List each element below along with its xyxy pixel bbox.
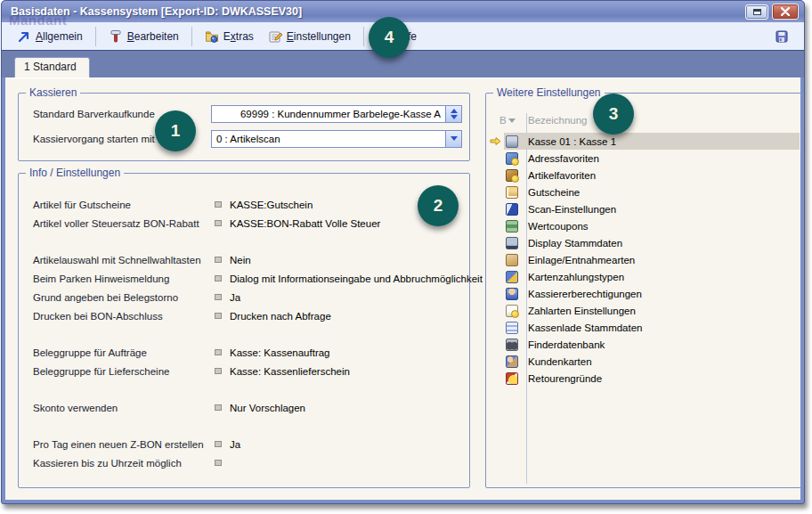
list-item-label: Artikelfavoriten [528,170,596,181]
list-header[interactable]: B Bezeichnung [486,111,803,129]
bullet-icon [215,201,222,208]
info-label: Drucken bei BON-Abschluss [33,311,215,322]
list-item-label: Einlage/Entnahmearten [528,255,635,265]
bearbeiten-button[interactable]: Bearbeiten [102,27,185,46]
tab-strip: 1 Standard [2,51,804,78]
bullet-icon [215,441,222,447]
window-controls [745,4,799,20]
dropdown-button[interactable] [445,131,461,147]
content-page: Kassieren Standard Barverkaufkunde 69999… [5,78,800,500]
close-icon [781,7,790,16]
list-item[interactable]: Kundenkarten [486,353,800,370]
info-value: Ja [230,292,240,303]
list-item[interactable]: Kassenlade Stammdaten [486,319,800,336]
info-label: Beim Parken Hinweismeldung [33,273,215,284]
info-value: Ja [230,439,240,450]
spin-down-icon [451,115,458,119]
list-item[interactable]: Zahlarten Einstellungen [486,302,800,319]
scanner-icon [506,203,518,216]
callout-2: 2 [418,185,459,226]
einstellungen-button[interactable]: Einstellungen [262,27,357,46]
info-row: Artikelauswahl mit SchnellwahltastenNein [33,250,464,269]
info-group-title: Info / Einstellungen [26,167,124,179]
list-item[interactable]: Adressfavoriten [486,150,800,167]
list-item-label: Display Stammdaten [528,238,622,249]
column-bezeichnung-header[interactable]: Bezeichnung [521,115,588,126]
desktop: Basisdaten - Kassensystem [Export-ID: DW… [0,0,812,514]
bullet-icon [215,257,222,263]
list-item[interactable]: Kartenzahlungstypen [486,268,800,285]
list-item-label: Finderdatenbank [528,339,605,350]
restore-button[interactable] [745,4,768,20]
address-favorites-icon [506,152,518,165]
deposit-withdrawal-icon [506,254,518,266]
kassiervorgang-value: 0 : Artikelscan [212,134,445,144]
info-value: Nur Vorschlagen [230,403,305,413]
tab-standard[interactable]: 1 Standard [14,57,90,78]
binoculars-icon [506,339,518,351]
hammer-icon [109,29,123,44]
list-item-label: Retourengründe [528,373,602,384]
callout-4: 4 [369,17,410,58]
toolbar-separator [191,27,192,46]
extras-label: Extras [223,30,254,43]
save-button[interactable] [768,27,795,46]
info-group: Info / Einstellungen Artikel für Gutsche… [18,173,470,488]
list-item[interactable]: Finderdatenbank [486,336,800,353]
list-item-label: Kundenkarten [528,356,592,367]
list-item[interactable]: Einlage/Entnahmearten [486,251,800,268]
app-window: Basisdaten - Kassensystem [Export-ID: DW… [1,0,805,504]
settings-list: Kasse 01 : Kasse 1 Adressfavoriten Artik… [486,133,800,387]
title-bar[interactable]: Basisdaten - Kassensystem [Export-ID: DW… [2,1,804,22]
bullet-icon [215,220,222,226]
bullet-icon [215,294,222,300]
list-item[interactable]: Kassiererberechtigungen [486,285,800,302]
close-button[interactable] [772,4,799,20]
toolbar-separator [95,27,96,46]
info-rows: Artikel für GutscheineKASSE:Gutschein Ar… [33,195,464,472]
list-item[interactable]: Artikelfavoriten [486,167,800,184]
payment-types-icon [506,305,518,317]
standard-barverkaufkunde-input[interactable]: 69999 : Kundennummer Barbelege-Kasse A [211,105,462,123]
spin-up-icon [451,109,458,113]
selected-row-arrow-icon [490,136,501,146]
kassiervorgang-select[interactable]: 0 : Artikelscan [211,130,462,148]
spinner-buttons[interactable] [445,106,461,122]
list-item-label: Kassiererberechtigungen [528,289,642,299]
info-label: Kassieren bis zu Uhrzeit möglich [33,458,215,469]
toolbar-separator [363,27,364,46]
callout-1: 1 [155,110,196,151]
info-row: Skonto verwendenNur Vorschlagen [33,398,464,417]
extras-button[interactable]: Extras [199,27,260,46]
list-item[interactable]: Display Stammdaten [486,234,800,251]
info-label: Beleggruppe für Lieferscheine [33,366,215,377]
list-item-label: Kartenzahlungstypen [528,272,624,282]
chevron-down-icon [451,136,458,141]
folder-icon [205,29,219,44]
info-label: Beleggruppe für Aufträge [33,347,215,358]
field-row: Kassiervorgang starten mit 0 : Artikelsc… [33,129,462,148]
cash-drawer-icon [506,322,518,334]
list-item-label: Wertcoupons [528,221,589,232]
info-label: Skonto verwenden [33,403,215,413]
weitere-group: Weitere Einstellungen B Bezeichnung Kass… [485,93,804,488]
standard-barverkaufkunde-value: 69999 : Kundennummer Barbelege-Kasse A [212,109,445,119]
list-item[interactable]: Retourengründe [486,370,800,387]
info-value: KASSE:BON-Rabatt Volle Steuer [230,218,380,229]
column-b-header[interactable]: B [499,115,521,126]
info-row: Kassieren bis zu Uhrzeit möglich [33,453,464,472]
row-gutter [486,136,504,146]
info-value: KASSE:Gutschein [230,200,313,210]
cashier-permissions-icon [506,288,518,300]
info-label: Artikelauswahl mit Schnellwahltasten [33,255,215,265]
sort-arrow-icon [508,118,516,123]
list-item[interactable]: Gutscheine [486,184,800,200]
list-item[interactable]: Kasse 01 : Kasse 1 [486,133,800,150]
list-item[interactable]: Scan-Einstellungen [486,200,800,217]
list-item[interactable]: Wertcoupons [486,217,800,234]
einstellungen-label: Einstellungen [287,30,351,43]
info-row: Artikel für GutscheineKASSE:Gutschein [33,195,464,214]
info-value: Nein [230,255,251,265]
field-row: Standard Barverkaufkunde 69999 : Kundenn… [33,104,462,123]
allgemein-button[interactable]: Allgemein [11,27,89,46]
